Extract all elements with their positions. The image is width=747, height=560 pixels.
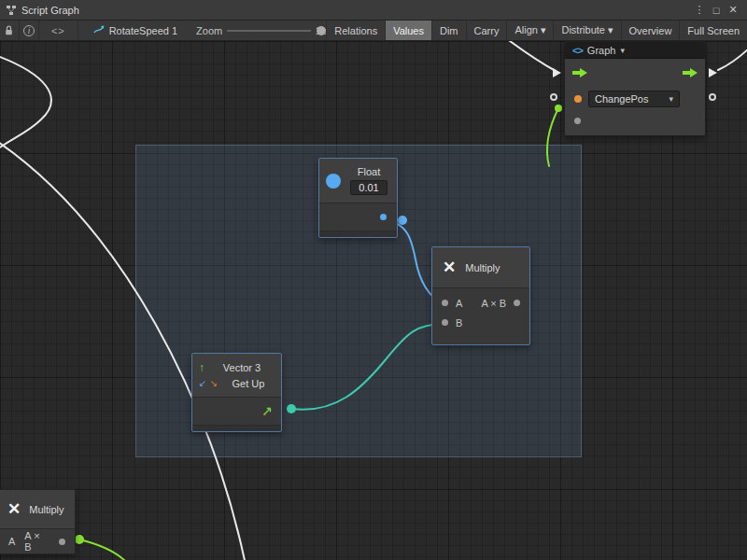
lock-icon[interactable] — [0, 21, 20, 40]
graph-node-title: Graph — [587, 45, 616, 56]
flow-input-triangle-icon[interactable] — [553, 68, 561, 77]
wire-bubble-green-small[interactable] — [555, 105, 562, 112]
graph-extra-port-row — [565, 111, 705, 130]
info-icon-glyph: i — [23, 25, 35, 36]
fullscreen-button[interactable]: Full Screen — [679, 21, 747, 40]
node-float[interactable]: Float 0.01 — [318, 158, 398, 238]
distribute-dropdown-button[interactable]: Distribute ▾ — [553, 21, 620, 40]
float-output-port[interactable] — [380, 214, 387, 220]
graph-header-caret-icon[interactable]: ▾ — [620, 46, 625, 55]
align-dropdown-button[interactable]: Align ▾ — [506, 21, 553, 40]
node-vector3-get-up[interactable]: ↑ Vector 3 ↙ ↘ Get Up — [191, 353, 282, 432]
toolbar-button-group: Relations Values Dim Carry Align ▾ Distr… — [326, 21, 747, 40]
changepos-dropdown[interactable]: ChangePos ▾ — [588, 91, 680, 107]
multiply-output-port[interactable] — [514, 300, 520, 306]
multiply-input-b-port[interactable] — [442, 319, 448, 326]
up-arrow-icon: ↑ — [199, 361, 204, 374]
multiply-icon: ✕ — [443, 259, 456, 275]
changepos-input-port[interactable] — [574, 95, 582, 103]
multiply2-output-row: A A × B — [0, 529, 75, 553]
multiply2-node-header: ✕ Multiply — [0, 490, 75, 529]
graph-extra-port[interactable] — [574, 118, 581, 124]
flow-output-arrow-icon[interactable] — [683, 68, 698, 77]
multiply2-node-title: Multiply — [29, 504, 63, 515]
transform-arrow-se-icon: ↘ — [209, 378, 217, 388]
multiply-node-body: A A × B B — [432, 288, 529, 344]
node-multiply[interactable]: ✕ Multiply A A × B B — [431, 246, 530, 345]
unconnected-port-ring-right[interactable] — [709, 93, 716, 101]
window-close-icon[interactable]: ✕ — [725, 4, 741, 16]
graph-breadcrumb-label: RotateSpeed 1 — [109, 25, 177, 36]
multiply2-output-port[interactable] — [59, 539, 65, 545]
getup-title-row: ↙ ↘ Get Up — [199, 375, 275, 391]
relations-button[interactable]: Relations — [326, 21, 385, 40]
wire-multiply2-output — [79, 539, 128, 560]
overview-button[interactable]: Overview — [621, 21, 680, 40]
changepos-dropdown-value: ChangePos — [595, 93, 649, 105]
unconnected-port-ring-left[interactable] — [550, 93, 557, 101]
multiply-row-a: A A × B — [432, 293, 529, 313]
toolbar: i <> RotateSpeed 1 Zoom 1x Relations Val… — [0, 21, 747, 41]
graph-breadcrumb[interactable]: RotateSpeed 1 — [93, 21, 177, 40]
code-icon: <> — [572, 45, 583, 56]
dim-button[interactable]: Dim — [431, 21, 466, 40]
changepos-dropdown-caret-icon: ▾ — [669, 94, 673, 104]
vector3-node-header: ↑ Vector 3 ↙ ↘ Get Up — [192, 354, 281, 398]
multiply-output-label: A × B — [481, 298, 506, 309]
vector3-node-body — [192, 398, 281, 425]
carry-button[interactable]: Carry — [466, 21, 507, 40]
node-multiply-partial[interactable]: ✕ Multiply A A × B — [0, 489, 76, 554]
multiply-row-b: B — [432, 313, 529, 332]
float-type-icon — [326, 174, 341, 189]
wire-white-from-flow-output — [718, 45, 747, 70]
graph-canvas[interactable]: Float 0.01 ✕ Multiply A A × B — [0, 41, 747, 560]
window-menu-icon[interactable]: ⋮ — [691, 4, 708, 16]
multiply2-input-a-label: A — [8, 536, 15, 547]
float-node-footer — [319, 231, 397, 237]
float-node-header: Float 0.01 — [319, 159, 397, 203]
multiply2-output-label: A × B — [24, 530, 40, 553]
window-title: Script Graph — [21, 5, 79, 16]
multiply-input-b-label: B — [456, 317, 462, 329]
code-view-glyph: <> — [51, 25, 65, 36]
wire-white-left-loop — [0, 54, 51, 153]
script-graph-window: Script Graph ⋮ □ ✕ i <> RotateSpeed 1 Zo… — [0, 0, 747, 560]
vector3-node-footer — [192, 425, 281, 431]
window-controls: ⋮ □ ✕ — [691, 4, 741, 16]
titlebar: Script Graph ⋮ □ ✕ — [0, 0, 747, 21]
multiply-node-header: ✕ Multiply — [432, 247, 529, 288]
graph-node-header: <> Graph ▾ — [565, 42, 705, 59]
vector3-node-subtitle: Get Up — [222, 378, 275, 389]
multiply-input-a-label: A — [456, 298, 462, 309]
flow-output-triangle-icon[interactable] — [709, 68, 717, 77]
node-script-graph[interactable]: <> Graph ▾ ChangePos ▾ — [564, 41, 706, 136]
code-view-button[interactable]: <> — [39, 21, 78, 40]
graph-asset-icon — [93, 24, 105, 37]
script-graph-tab-icon — [6, 5, 17, 16]
multiply-node-title: Multiply — [465, 262, 500, 273]
float-node-body — [319, 203, 397, 231]
graph-flow-row — [565, 59, 705, 87]
float-node-title: Float — [358, 166, 380, 177]
info-icon[interactable]: i — [20, 21, 39, 40]
zoom-slider[interactable] — [227, 21, 310, 41]
graph-changepos-row: ChangePos ▾ — [565, 87, 705, 111]
zoom-slider-track[interactable] — [227, 30, 310, 32]
values-button[interactable]: Values — [385, 21, 431, 40]
vector3-output-icon[interactable] — [261, 405, 273, 416]
wire-bubble-green[interactable] — [75, 535, 84, 544]
flow-input-arrow-icon[interactable] — [572, 68, 587, 77]
wire-white-to-flow-input — [502, 41, 556, 71]
zoom-label: Zoom — [196, 21, 222, 40]
multiply-input-a-port[interactable] — [442, 300, 448, 306]
transform-arrow-sw-icon: ↙ — [199, 378, 206, 388]
vector3-node-title: Vector 3 — [209, 362, 275, 373]
window-maximize-icon[interactable]: □ — [708, 5, 725, 16]
float-header-content: Float 0.01 — [347, 166, 390, 195]
vector3-title-row: ↑ Vector 3 — [199, 359, 275, 375]
float-value-input[interactable]: 0.01 — [350, 180, 387, 195]
multiply2-icon: ✕ — [7, 501, 21, 517]
